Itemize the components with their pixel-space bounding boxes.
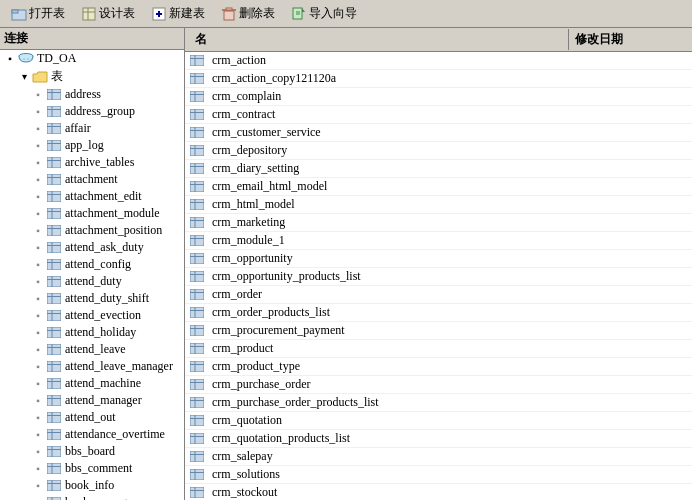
tree-item-label: book_manage (65, 495, 132, 500)
tree-table-item[interactable]: ▪ attend_leave (0, 341, 184, 358)
tree-table-item[interactable]: ▪ attend_manager (0, 392, 184, 409)
import-button[interactable]: 导入向导 (284, 2, 364, 25)
tree-table-item[interactable]: ▪ attend_duty_shift (0, 290, 184, 307)
table-row[interactable]: crm_solutions (185, 466, 692, 484)
tree-container[interactable]: ▪ TD_OA ▾ 表 ▪ (0, 50, 184, 500)
right-panel: 名 修改日期 crm_action crm_action_copy121120a (185, 28, 692, 500)
leaf-icon: ▪ (32, 395, 44, 407)
design-table-label: 设计表 (99, 5, 135, 22)
tree-table-item[interactable]: ▪ bbs_board (0, 443, 184, 460)
svg-rect-170 (190, 469, 204, 480)
table-row[interactable]: crm_depository (185, 142, 692, 160)
tree-table-item[interactable]: ▪ attend_duty (0, 273, 184, 290)
tree-item-label: attend_evection (65, 308, 141, 323)
table-row[interactable]: crm_purchase_order_products_list (185, 394, 692, 412)
svg-rect-122 (190, 181, 204, 192)
table-row[interactable]: crm_salepay (185, 448, 692, 466)
table-row-name: crm_procurement_payment (208, 323, 568, 338)
table-row[interactable]: crm_opportunity (185, 250, 692, 268)
svg-rect-167 (190, 451, 204, 462)
tree-table-item[interactable]: ▪ attachment_position (0, 222, 184, 239)
svg-rect-149 (190, 343, 204, 354)
table-row[interactable]: crm_contract (185, 106, 692, 124)
table-list[interactable]: crm_action crm_action_copy121120a crm_co… (185, 52, 692, 500)
table-small-icon (46, 446, 62, 458)
new-icon (151, 6, 167, 22)
table-row-name: crm_module_1 (208, 233, 568, 248)
table-row[interactable]: crm_procurement_payment (185, 322, 692, 340)
delete-table-label: 删除表 (239, 5, 275, 22)
table-row[interactable]: crm_email_html_model (185, 178, 692, 196)
tree-table-item[interactable]: ▪ attend_leave_manager (0, 358, 184, 375)
expand-icon: ▪ (4, 53, 16, 65)
svg-rect-65 (47, 361, 61, 372)
tree-item-label: attend_config (65, 257, 131, 272)
tree-table-item[interactable]: ▪ attachment (0, 171, 184, 188)
delete-table-button[interactable]: 删除表 (214, 2, 282, 25)
leaf-icon: ▪ (32, 429, 44, 441)
tree-table-item[interactable]: ▪ attend_holiday (0, 324, 184, 341)
tree-table-item[interactable]: ▪ address_group (0, 103, 184, 120)
table-row[interactable]: crm_opportunity_products_list (185, 268, 692, 286)
tree-table-item[interactable]: ▪ bbs_comment (0, 460, 184, 477)
svg-rect-38 (47, 208, 61, 219)
tree-item-label: attend_out (65, 410, 116, 425)
tree-table-item[interactable]: ▪ attend_config (0, 256, 184, 273)
table-row[interactable]: crm_complain (185, 88, 692, 106)
tree-root-node[interactable]: ▪ TD_OA (0, 50, 184, 67)
svg-rect-131 (190, 235, 204, 246)
table-row-name: crm_complain (208, 89, 568, 104)
tree-table-item[interactable]: ▪ app_log (0, 137, 184, 154)
table-row[interactable]: crm_quotation_products_list (185, 430, 692, 448)
table-row[interactable]: crm_order_products_list (185, 304, 692, 322)
leaf-icon: ▪ (32, 140, 44, 152)
table-row[interactable]: crm_action_copy121120a (185, 70, 692, 88)
table-row[interactable]: crm_marketing (185, 214, 692, 232)
table-row-icon (189, 55, 205, 67)
design-table-button[interactable]: 设计表 (74, 2, 142, 25)
table-row[interactable]: crm_module_1 (185, 232, 692, 250)
table-row[interactable]: crm_diary_setting (185, 160, 692, 178)
table-row-icon (189, 487, 205, 499)
table-row-name: crm_opportunity (208, 251, 568, 266)
tree-tables-folder[interactable]: ▾ 表 (0, 67, 184, 86)
table-row-name: crm_quotation (208, 413, 568, 428)
table-row-icon (189, 73, 205, 85)
table-row[interactable]: crm_purchase_order (185, 376, 692, 394)
tree-table-item[interactable]: ▪ attachment_module (0, 205, 184, 222)
tree-table-item[interactable]: ▪ book_info (0, 477, 184, 494)
table-small-icon (46, 497, 62, 501)
table-row[interactable]: crm_quotation (185, 412, 692, 430)
svg-rect-62 (47, 344, 61, 355)
leaf-icon: ▪ (32, 276, 44, 288)
tree-table-item[interactable]: ▪ attachment_edit (0, 188, 184, 205)
tree-table-item[interactable]: ▪ attend_ask_duty (0, 239, 184, 256)
tree-table-item[interactable]: ▪ affair (0, 120, 184, 137)
tree-table-item[interactable]: ▪ attend_out (0, 409, 184, 426)
table-row-icon (189, 415, 205, 427)
tree-table-item[interactable]: ▪ attend_machine (0, 375, 184, 392)
svg-rect-8 (224, 11, 234, 20)
tree-table-item[interactable]: ▪ attend_evection (0, 307, 184, 324)
leaf-icon: ▪ (32, 293, 44, 305)
table-row[interactable]: crm_customer_service (185, 124, 692, 142)
table-row-name: crm_purchase_order_products_list (208, 395, 568, 410)
design-icon (81, 6, 97, 22)
tree-table-item[interactable]: ▪ book_manage (0, 494, 184, 500)
database-icon (18, 53, 34, 65)
open-table-button[interactable]: 打开表 (4, 2, 72, 25)
tree-table-item[interactable]: ▪ attendance_overtime (0, 426, 184, 443)
tree-table-item[interactable]: ▪ address (0, 86, 184, 103)
table-row[interactable]: crm_product (185, 340, 692, 358)
table-row[interactable]: crm_product_type (185, 358, 692, 376)
svg-rect-23 (47, 123, 61, 134)
table-row[interactable]: crm_html_model (185, 196, 692, 214)
table-row[interactable]: crm_order (185, 286, 692, 304)
new-table-button[interactable]: 新建表 (144, 2, 212, 25)
svg-rect-32 (47, 174, 61, 185)
tree-item-label: address (65, 87, 101, 102)
tree-table-item[interactable]: ▪ archive_tables (0, 154, 184, 171)
table-row[interactable]: crm_stockout (185, 484, 692, 500)
table-row[interactable]: crm_action (185, 52, 692, 70)
table-small-icon (46, 140, 62, 152)
